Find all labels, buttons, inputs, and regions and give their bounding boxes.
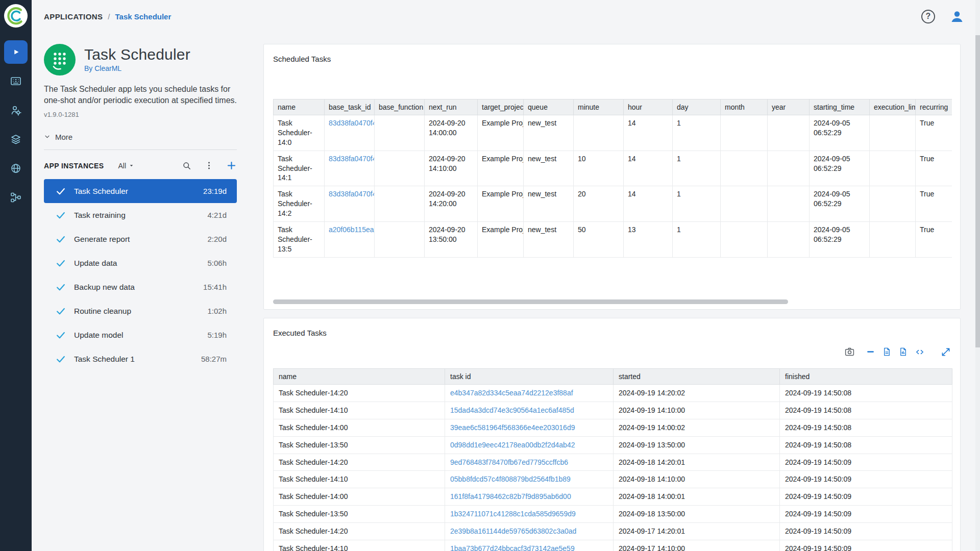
- rail-hyperdatasets-icon[interactable]: [4, 157, 28, 180]
- sched-cell: 13: [624, 222, 673, 258]
- download-xls-icon[interactable]: [898, 347, 908, 357]
- app-instance-item[interactable]: Task Scheduler 158:27m: [44, 347, 237, 371]
- rail-datasets-icon[interactable]: [4, 128, 28, 151]
- page-scrollbar: [975, 0, 980, 551]
- instance-name: Task Scheduler: [74, 187, 128, 196]
- sched-cell: new_test: [524, 186, 574, 222]
- executed-task-row: Task Scheduler-14:1015dad4a3dcd74e3c9056…: [274, 402, 952, 419]
- rail-workers-icon[interactable]: [4, 98, 28, 122]
- kebab-menu-icon[interactable]: [204, 161, 214, 170]
- task-id-link[interactable]: 05bb8fdcd57c4f808879bd2564fb1b89: [445, 471, 614, 488]
- sched-cell: 2024-09-20 14:10:00: [425, 151, 478, 186]
- instance-name: Update model: [74, 331, 124, 340]
- base-task-id-link[interactable]: a20f06b115ea4: [325, 222, 375, 258]
- sched-cell: True: [916, 115, 952, 151]
- app-version: v1.9.0-1281: [44, 111, 237, 118]
- executed-tasks-title: Executed Tasks: [273, 329, 951, 337]
- app-instance-item[interactable]: Task Scheduler23:19d: [44, 179, 237, 203]
- exec-cell: Task Scheduler-14:10: [274, 402, 445, 419]
- exec-cell: 2024-09-18 14:00:01: [614, 488, 780, 506]
- add-instance-button[interactable]: [226, 160, 237, 171]
- base-task-id-link[interactable]: 83d38fa0470f4: [325, 186, 375, 222]
- help-icon[interactable]: ?: [921, 10, 935, 23]
- rail-projects-grid-icon[interactable]: [4, 69, 28, 93]
- task-id-link[interactable]: 0d98dd1e9eec42178ea00db2f2d4ab42: [445, 436, 614, 454]
- task-name-cell: TaskScheduler-13:5: [274, 222, 325, 258]
- breadcrumb-applications[interactable]: APPLICATIONS: [44, 12, 103, 21]
- sched-cell: [768, 222, 810, 258]
- task-id-link[interactable]: 2e39b8a161144de59765d63802c3a0ad: [445, 523, 614, 540]
- sched-cell: 2024-09-20 13:50:00: [425, 222, 478, 258]
- exec-cell: 2024-09-19 14:50:08: [780, 436, 952, 454]
- horizontal-scrollbar: [273, 299, 951, 304]
- executed-task-row: Task Scheduler-14:209ed768483f78470fb67e…: [274, 454, 952, 471]
- task-id-link[interactable]: 9ed768483f78470fb67ed7795ccffcb6: [445, 454, 614, 471]
- breadcrumb: APPLICATIONS / Task Scheduler: [44, 12, 171, 21]
- task-id-link[interactable]: 161f8fa41798462c82b7f9d895ab6d00: [445, 488, 614, 506]
- sched-cell: 2024-09-05 06:52:29: [810, 186, 870, 222]
- scheduled-tasks-card: Scheduled Tasks namebase_task_idbase_fun…: [263, 44, 961, 310]
- caret-down-icon: [129, 163, 134, 168]
- task-id-link[interactable]: 1b324711071c41288c1cda585d9659d9: [445, 506, 614, 523]
- sched-cell: [721, 115, 768, 151]
- horizontal-scrollbar-thumb[interactable]: [273, 299, 788, 304]
- instance-elapsed-time: 2:20d: [207, 235, 227, 243]
- exec-cell: 2024-09-19 14:50:09: [780, 471, 952, 488]
- sched-cell: new_test: [524, 115, 574, 151]
- breadcrumb-separator: /: [108, 12, 110, 21]
- camera-icon[interactable]: [844, 346, 855, 357]
- sched-cell: [721, 186, 768, 222]
- scheduled-tasks-table-wrap: namebase_task_idbase_functionnext_runtar…: [273, 99, 952, 258]
- sched-column-header: day: [673, 99, 721, 115]
- task-name-cell: TaskScheduler-14:1: [274, 151, 325, 186]
- instances-filter-dropdown[interactable]: All: [118, 162, 134, 170]
- sched-cell: [768, 115, 810, 151]
- download-csv-icon[interactable]: [882, 347, 892, 357]
- sched-cell: [574, 115, 624, 151]
- task-id-link[interactable]: 1baa73b677d24bbcacf3d73142ae5e59: [445, 540, 614, 551]
- rail-pipelines-icon[interactable]: [4, 186, 28, 209]
- search-icon[interactable]: [182, 161, 192, 171]
- sched-cell: 1: [673, 222, 721, 258]
- more-toggle[interactable]: More: [44, 133, 237, 141]
- exec-cell: Task Scheduler-14:20: [274, 523, 445, 540]
- app-instance-item[interactable]: Backup new data15:41h: [44, 275, 237, 299]
- app-instance-item[interactable]: Task retraining4:21d: [44, 203, 237, 227]
- sched-column-header: target_project: [478, 99, 524, 115]
- app-instance-item[interactable]: Generate report2:20d: [44, 227, 237, 251]
- task-id-link[interactable]: e4b347a82d334c5eaa74d2212e3f88af: [445, 385, 614, 402]
- check-icon: [55, 210, 66, 221]
- sched-cell: True: [916, 151, 952, 186]
- app-instance-item[interactable]: Update data5:06h: [44, 251, 237, 275]
- app-instance-item[interactable]: Routine cleanup1:02h: [44, 299, 237, 323]
- check-icon: [55, 330, 66, 341]
- task-id-link[interactable]: 15dad4a3dcd74e3c90564a1ec6af485d: [445, 402, 614, 419]
- user-avatar-icon[interactable]: [949, 9, 965, 24]
- base-task-id-link[interactable]: 83d38fa0470f4: [325, 151, 375, 186]
- minus-icon[interactable]: [866, 347, 875, 357]
- task-id-link[interactable]: 39eae6c581964f568366e4ee203016d9: [445, 419, 614, 436]
- embed-code-icon[interactable]: [915, 347, 925, 357]
- exec-cell: 2024-09-19 14:00:02: [614, 419, 780, 436]
- maximize-icon[interactable]: [941, 347, 951, 357]
- exec-cell: 2024-09-18 14:20:01: [614, 454, 780, 471]
- page-scrollbar-thumb[interactable]: [975, 35, 980, 347]
- instance-elapsed-time: 4:21d: [207, 211, 227, 219]
- executed-tasks-toolbar: [273, 346, 951, 357]
- divider: [44, 149, 237, 150]
- scheduled-task-row: TaskScheduler-14:183d38fa0470f42024-09-2…: [274, 151, 952, 186]
- base-task-id-link[interactable]: 83d38fa0470f4: [325, 115, 375, 151]
- sched-cell: [870, 151, 916, 186]
- sched-column-header: hour: [624, 99, 673, 115]
- app-instance-item[interactable]: Update model5:19h: [44, 323, 237, 347]
- exec-column-header: name: [274, 369, 445, 385]
- rail-applications-icon[interactable]: [4, 40, 28, 64]
- by-clearml-link[interactable]: By ClearML: [84, 64, 190, 72]
- sched-column-header: execution_limit: [870, 99, 916, 115]
- exec-cell: 2024-09-19 14:50:08: [780, 385, 952, 402]
- sched-cell: [870, 186, 916, 222]
- instance-name: Task retraining: [74, 211, 126, 220]
- sched-column-header: month: [721, 99, 768, 115]
- sched-cell: new_test: [524, 151, 574, 186]
- clearml-logo-icon[interactable]: [4, 4, 28, 28]
